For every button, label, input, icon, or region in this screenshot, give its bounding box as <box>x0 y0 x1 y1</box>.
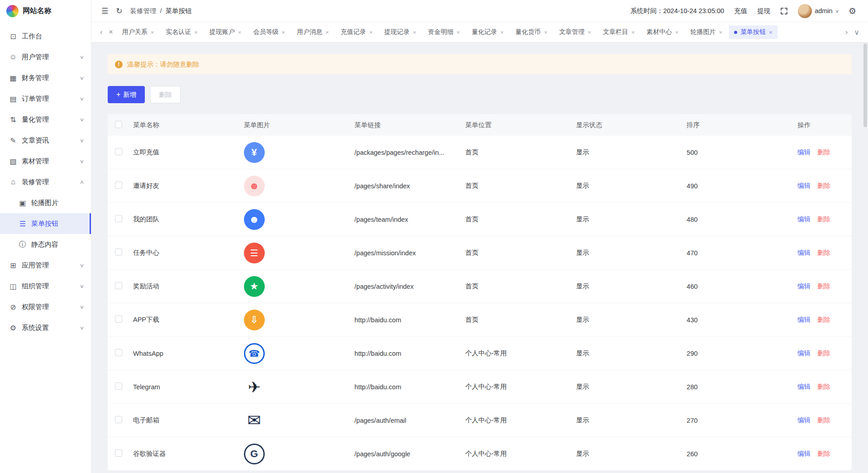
tabs-scroll-right-icon[interactable]: › <box>843 28 850 36</box>
tabs-dropdown-icon[interactable]: ∨ <box>852 28 862 37</box>
row-checkbox[interactable] <box>115 182 122 189</box>
row-checkbox[interactable] <box>115 148 122 155</box>
delete-link[interactable]: 删除 <box>817 416 830 425</box>
tab-close-icon[interactable]: × <box>281 29 285 36</box>
row-checkbox[interactable] <box>115 349 122 356</box>
delete-button[interactable]: 删除 <box>150 86 181 103</box>
tab[interactable]: 量化记录 × <box>467 25 509 39</box>
tab-close-icon[interactable]: × <box>457 29 460 36</box>
tab[interactable]: 文章栏目 × <box>598 25 640 39</box>
tab-label: 文章管理 <box>559 28 585 36</box>
refresh-icon[interactable]: ↻ <box>116 7 122 15</box>
sidebar-item[interactable]: ⇅ 量化管理 ∨ <box>0 109 91 130</box>
tab-close-icon[interactable]: × <box>588 29 591 36</box>
tab[interactable]: 提现账户 × <box>205 25 247 39</box>
edit-link[interactable]: 编辑 <box>797 248 811 257</box>
sidebar-item[interactable]: ⊞ 应用管理 ∨ <box>0 255 91 276</box>
sidebar-item[interactable]: ☺ 用户管理 ∨ <box>0 47 91 67</box>
delete-link[interactable]: 删除 <box>817 148 830 157</box>
tab-close-icon[interactable]: × <box>675 29 679 36</box>
sidebar-item[interactable]: ⊘ 权限管理 ∨ <box>0 296 91 317</box>
warning-alert-text: 温馨提示：请勿随意删除 <box>127 60 200 69</box>
sidebar-item[interactable]: ◫ 组织管理 ∨ <box>0 276 91 296</box>
tab[interactable]: 充值记录 × <box>336 25 378 39</box>
app-window: 网站名称 ⊡ 工作台 ☺ 用户管理 ∨ ▦ 财务管理 ∨ <box>0 0 868 473</box>
edit-link[interactable]: 编辑 <box>797 382 811 391</box>
sidebar-subitem[interactable]: ☰ 菜单按钮 <box>0 213 91 234</box>
select-all-checkbox[interactable] <box>115 121 122 128</box>
gear-icon[interactable]: ⚙ <box>849 6 856 16</box>
tab[interactable]: 菜单按钮 × <box>729 25 777 39</box>
tab-close-icon[interactable]: × <box>151 29 154 36</box>
sidebar-item[interactable]: ⚙ 系统设置 ∨ <box>0 317 91 338</box>
delete-link[interactable]: 删除 <box>817 449 830 458</box>
tab[interactable]: 素材中心 × <box>642 25 684 39</box>
hamburger-icon[interactable]: ☰ <box>101 7 108 15</box>
tab-close-icon[interactable]: × <box>544 29 548 36</box>
row-checkbox[interactable] <box>115 449 122 457</box>
tab-close-icon[interactable]: × <box>413 29 416 36</box>
tab[interactable]: 提现记录 × <box>379 25 421 39</box>
delete-link[interactable]: 删除 <box>817 282 830 291</box>
tab-close-icon[interactable]: × <box>769 29 773 36</box>
menu-position: 首页 <box>465 315 576 324</box>
sidebar-item[interactable]: ▤ 订单管理 ∨ <box>0 88 91 109</box>
row-checkbox[interactable] <box>115 282 122 289</box>
chevron-icon: ∨ <box>80 158 84 164</box>
edit-link[interactable]: 编辑 <box>797 182 811 190</box>
tab[interactable]: 用户消息 × <box>292 25 334 39</box>
scrollbar-thumb[interactable] <box>863 43 867 127</box>
withdraw-link[interactable]: 提现 <box>757 7 770 15</box>
sidebar-item[interactable]: ⌂ 装修管理 ∧ <box>0 172 91 192</box>
tab[interactable]: 文章管理 × <box>554 25 596 39</box>
edit-link[interactable]: 编辑 <box>797 315 811 324</box>
user-menu[interactable]: admin ∨ <box>798 4 839 18</box>
tab-close-icon[interactable]: × <box>631 29 635 36</box>
tabs-scroll-left-icon[interactable]: ‹ <box>98 28 105 36</box>
edit-link[interactable]: 编辑 <box>797 148 811 157</box>
delete-link[interactable]: 删除 <box>817 382 830 391</box>
tab[interactable]: 用户关系 × <box>117 25 159 39</box>
recharge-link[interactable]: 充值 <box>734 7 747 15</box>
tab-close-icon[interactable]: × <box>325 29 329 36</box>
sidebar-subitem[interactable]: ▣ 轮播图片 <box>0 192 91 213</box>
delete-link[interactable]: 删除 <box>817 315 830 324</box>
row-checkbox[interactable] <box>115 382 122 390</box>
tab-close-icon[interactable]: × <box>719 29 722 36</box>
row-checkbox[interactable] <box>115 248 122 256</box>
menu-image-icon: ⇩ <box>244 310 265 330</box>
delete-link[interactable]: 删除 <box>817 349 830 358</box>
sidebar-item[interactable]: ⊡ 工作台 <box>0 26 91 47</box>
page-scrollbar[interactable] <box>863 43 867 471</box>
sidebar-subitem[interactable]: ⓘ 静态内容 <box>0 234 91 255</box>
delete-link[interactable]: 删除 <box>817 182 830 190</box>
tab[interactable]: 资金明细 × <box>423 25 465 39</box>
sidebar-item[interactable]: ▦ 财务管理 ∨ <box>0 67 91 88</box>
edit-link[interactable]: 编辑 <box>797 416 811 425</box>
display-status: 显示 <box>576 148 687 157</box>
add-button[interactable]: + 新增 <box>108 86 145 103</box>
tab[interactable]: 会员等级 × <box>248 25 290 39</box>
breadcrumb-section[interactable]: 装修管理 <box>130 7 157 15</box>
fullscreen-icon[interactable] <box>780 7 788 15</box>
sort-value: 270 <box>687 417 797 424</box>
tab-close-icon[interactable]: × <box>500 29 504 36</box>
edit-link[interactable]: 编辑 <box>797 449 811 458</box>
row-checkbox[interactable] <box>115 416 122 423</box>
edit-link[interactable]: 编辑 <box>797 215 811 224</box>
tab[interactable]: 量化货币 × <box>510 25 553 39</box>
row-checkbox[interactable] <box>115 315 122 323</box>
tab[interactable]: 轮播图片 × <box>685 25 727 39</box>
edit-link[interactable]: 编辑 <box>797 282 811 291</box>
edit-link[interactable]: 编辑 <box>797 349 811 358</box>
delete-link[interactable]: 删除 <box>817 215 830 224</box>
tab[interactable]: 实名认证 × <box>161 25 203 39</box>
sidebar-item[interactable]: ✎ 文章资讯 ∨ <box>0 130 91 151</box>
row-checkbox[interactable] <box>115 215 122 222</box>
tab-overflow-close-icon[interactable]: × <box>106 28 115 36</box>
tab-close-icon[interactable]: × <box>238 29 242 36</box>
tab-close-icon[interactable]: × <box>194 29 198 36</box>
delete-link[interactable]: 删除 <box>817 248 830 257</box>
sidebar-item[interactable]: ▧ 素材管理 ∨ <box>0 151 91 172</box>
tab-close-icon[interactable]: × <box>369 29 373 36</box>
